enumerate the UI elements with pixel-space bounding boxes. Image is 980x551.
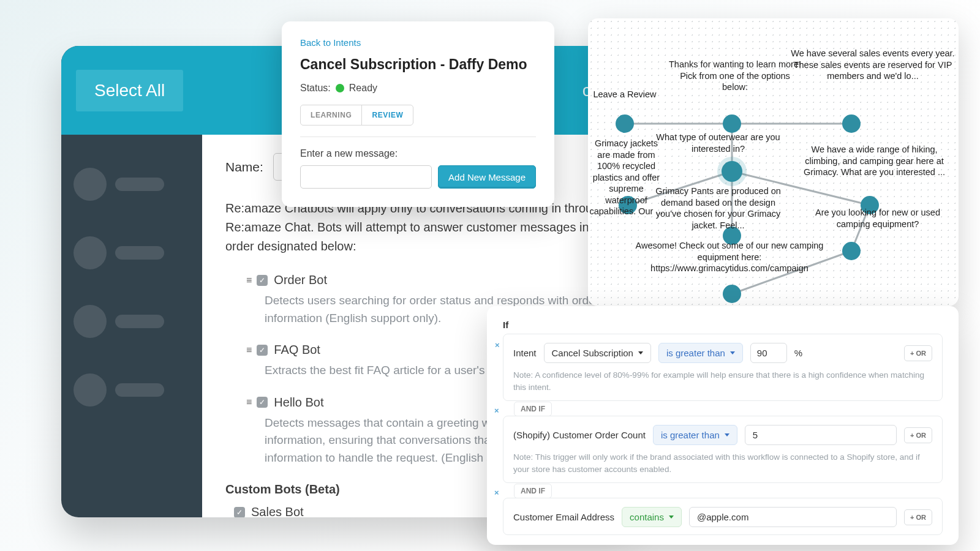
percent-label: % [794,348,802,358]
flow-node-label: Leave a Review [588,89,662,100]
checkbox[interactable]: ✓ [234,507,245,518]
operator-dropdown[interactable]: is greater than [653,425,737,445]
tab-review[interactable]: REVIEW [362,105,413,125]
email-value-input[interactable]: @apple.com [689,507,897,527]
flow-node-label: We have several sales events every year.… [790,48,956,82]
enter-message-label: Enter a new message: [300,148,536,159]
flow-node-label: Awesome! Check out some of our new campi… [628,240,831,274]
count-input[interactable]: 5 [745,425,897,445]
new-message-input[interactable] [300,165,432,189]
drag-handle-icon[interactable]: ≡ [246,275,251,286]
condition-note: Note: A confidence level of 80%-99% for … [513,369,932,393]
select-all-button[interactable]: Select All [76,70,183,111]
flow-node-label: Grimacy Pants are produced on demand bas… [649,186,787,231]
bot-title: FAQ Bot [274,343,320,357]
svg-point-8 [616,114,634,133]
bot-title: Hello Bot [274,395,323,410]
condition-block-2: (Shopify) Customer Order Count is greate… [503,416,943,483]
svg-point-16 [842,242,861,260]
flow-node-label: Are you looking for new or used camping … [801,207,954,230]
sidebar [61,135,202,517]
sidebar-item[interactable] [74,305,190,338]
sidebar-item[interactable] [74,168,190,201]
field-label: (Shopify) Customer Order Count [513,430,646,440]
intent-title: Cancel Subscription - Daffy Demo [300,56,536,73]
chevron-down-icon [730,351,735,354]
workflow-builder: If × Intent Cancel Subscription is great… [487,306,959,545]
sales-bot-label: Sales Bot [251,505,304,517]
drag-handle-icon[interactable]: ≡ [246,397,251,408]
operator-dropdown[interactable]: is greater than [658,343,743,363]
checkbox[interactable]: ✓ [257,275,268,286]
svg-point-17 [723,285,741,303]
add-or-button[interactable]: + OR [904,509,932,525]
tab-learning[interactable]: LEARNING [301,105,362,125]
status-label: Status: [300,83,331,94]
intent-value-dropdown[interactable]: Cancel Subscription [544,343,651,363]
operator-dropdown[interactable]: contains [622,507,682,527]
remove-condition-icon[interactable]: × [495,340,500,350]
checkbox[interactable]: ✓ [257,345,268,356]
condition-block-3: Customer Email Address contains @apple.c… [503,498,943,535]
svg-point-9 [723,114,741,133]
sidebar-item[interactable] [74,373,190,407]
back-to-intents-link[interactable]: Back to Intents [300,37,536,48]
chevron-down-icon [669,515,674,519]
flow-node-label: We have a wide range of hiking, climbing… [793,144,956,178]
if-label: If [503,320,943,330]
field-label: Customer Email Address [513,512,614,522]
chevron-down-icon [638,351,643,354]
add-new-message-button[interactable]: Add New Message [438,165,536,189]
bots-description: Re:amaze Chatbots will apply only to con… [225,199,614,256]
and-if-badge: AND IF [514,402,552,416]
and-if-badge: AND IF [514,484,552,498]
status-value: Ready [349,83,377,94]
sidebar-item[interactable] [74,236,190,269]
flow-diagram[interactable]: Leave a Review Thanks for wanting to lea… [588,18,959,306]
svg-point-12 [717,157,747,186]
status-dot-icon [336,84,344,92]
add-or-button[interactable]: + OR [904,427,932,443]
drag-handle-icon[interactable]: ≡ [246,345,251,356]
svg-point-10 [842,114,861,133]
remove-andif-icon[interactable]: × [494,406,499,415]
condition-block-1: × Intent Cancel Subscription is greater … [503,334,943,401]
threshold-input[interactable]: 90 [750,343,787,363]
intent-modal: Back to Intents Cancel Subscription - Da… [282,21,554,207]
add-or-button[interactable]: + OR [904,345,932,361]
tabs: LEARNING REVIEW [300,105,413,126]
checkbox[interactable]: ✓ [257,397,268,408]
flow-node-label: Thanks for wanting to learn more! Pick f… [668,59,802,93]
field-label: Intent [513,348,537,358]
flow-node-label: What type of outerwear are you intereste… [649,132,787,154]
name-label: Name: [225,160,263,174]
chevron-down-icon [725,433,729,437]
condition-note: Note: This trigger will only work if the… [513,451,932,475]
remove-andif-icon[interactable]: × [494,488,499,497]
bot-title: Order Bot [274,273,327,287]
